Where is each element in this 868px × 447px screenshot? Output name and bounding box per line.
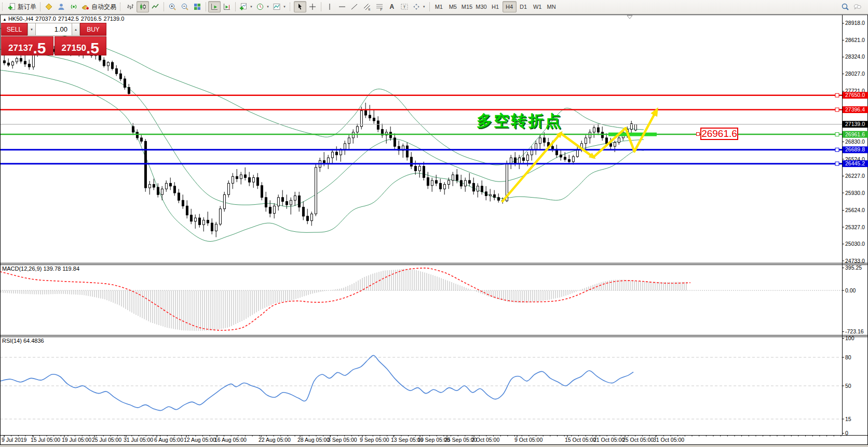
new-chart-button[interactable]: ▼: [238, 1, 254, 12]
sell-button[interactable]: SELL: [1, 23, 28, 36]
toolbar-separator: [235, 2, 236, 11]
svg-text:19 Jul 05:00: 19 Jul 05:00: [62, 437, 91, 443]
svg-text:26689.8: 26689.8: [845, 146, 865, 152]
community-icon: [57, 3, 65, 11]
vertical-line-button[interactable]: [323, 1, 336, 12]
market-icon: [45, 3, 53, 11]
chart-shift-button[interactable]: [221, 1, 233, 12]
equidistant-channel-icon: E: [363, 3, 371, 11]
svg-text:22 Aug 05:00: 22 Aug 05:00: [259, 437, 291, 443]
text-button[interactable]: A: [386, 1, 398, 12]
chart-canvas[interactable]: 28918.028621.028324.028027.027721.026830…: [0, 0, 868, 447]
horizontal-line-button[interactable]: [336, 1, 348, 12]
svg-text:26961.6: 26961.6: [845, 131, 865, 137]
text-tool-icon: A: [390, 3, 395, 10]
new-order-icon: [8, 3, 16, 11]
svg-text:9 Sep 05:00: 9 Sep 05:00: [360, 437, 389, 443]
community-button[interactable]: [55, 1, 67, 12]
volume-increase-button[interactable]: ▲: [72, 23, 80, 36]
svg-text:25 Jul 05:00: 25 Jul 05:00: [92, 437, 121, 443]
svg-text:395.25: 395.25: [845, 264, 862, 271]
arrows-tool-button[interactable]: ▼: [411, 1, 427, 12]
svg-text:9 Oct 05:00: 9 Oct 05:00: [514, 437, 542, 443]
signals-button[interactable]: [67, 1, 80, 12]
svg-text:25030.0: 25030.0: [845, 241, 865, 247]
timeframe-d1-button[interactable]: D1: [517, 1, 531, 12]
macd-label: MACD(12,26,9) 139.78 119.84: [2, 266, 79, 272]
price-callout[interactable]: 26961.6: [700, 128, 738, 140]
svg-text:28 Aug 05:00: 28 Aug 05:00: [297, 437, 330, 443]
fibonacci-button[interactable]: F: [373, 1, 386, 12]
svg-text:28027.0: 28027.0: [845, 71, 865, 77]
zoom-out-button[interactable]: [179, 1, 191, 12]
new-order-button[interactable]: 新订单: [6, 1, 38, 12]
macd-panel: [0, 268, 842, 331]
timeframe-mn-button[interactable]: MN: [545, 1, 559, 12]
svg-text:15 Oct 05:00: 15 Oct 05:00: [565, 437, 596, 443]
zoom-in-button[interactable]: [166, 1, 179, 12]
timeframe-m5-button[interactable]: M5: [446, 1, 460, 12]
templates-icon: [273, 3, 281, 11]
toolbar-separator: [321, 2, 321, 11]
svg-text:F: F: [380, 8, 382, 11]
high-value: 27142.5: [58, 16, 79, 22]
toolbar-grip: [2, 3, 5, 11]
timeframe-m1-button[interactable]: M1: [432, 1, 446, 12]
one-click-trading-panel: SELL ▼ ▲ BUY 27137.5 27150.5: [1, 23, 106, 55]
market-button[interactable]: [43, 1, 55, 12]
timeframe-m15-button[interactable]: M15: [460, 1, 474, 12]
chat-button[interactable]: [851, 1, 864, 12]
cursor-icon: [296, 3, 304, 11]
equidistant-channel-button[interactable]: E: [361, 1, 373, 12]
open-value: 27037.0: [35, 16, 56, 22]
search-button[interactable]: [839, 1, 851, 12]
timeframe-w1-button[interactable]: W1: [531, 1, 545, 12]
toolbar-grip: [120, 3, 123, 11]
svg-text:9 Jul 2019: 9 Jul 2019: [2, 437, 27, 443]
svg-text:2 Oct 05:00: 2 Oct 05:00: [471, 437, 499, 443]
candlestick-chart-icon: [139, 3, 147, 11]
trendline-button[interactable]: [348, 1, 361, 12]
toolbar: 新订单 自动交易: [0, 0, 868, 14]
buy-button[interactable]: BUY: [80, 23, 106, 36]
tile-windows-button[interactable]: [191, 1, 204, 12]
timeframe-m30-button[interactable]: M30: [474, 1, 488, 12]
svg-text:31 Oct 05:00: 31 Oct 05:00: [653, 437, 684, 443]
timeframe-h1-button[interactable]: H1: [489, 1, 503, 12]
auto-scroll-button[interactable]: [208, 1, 221, 12]
pivot-annotation-text[interactable]: 多空转折点: [477, 110, 562, 132]
text-label-button[interactable]: T: [398, 1, 411, 12]
timeframe-h4-button[interactable]: H4: [503, 1, 517, 12]
autotrading-label: 自动交易: [91, 3, 116, 11]
svg-text:3 Sep 05:00: 3 Sep 05:00: [328, 437, 357, 443]
bar-chart-button[interactable]: [124, 1, 137, 12]
periods-button[interactable]: ▼: [254, 1, 271, 12]
timeframe-group: M1M5M15M30H1H4D1W1MN: [432, 1, 559, 12]
svg-text:16 Aug 05:00: 16 Aug 05:00: [214, 437, 247, 443]
dropdown-arrow-icon: ▼: [266, 5, 269, 8]
crosshair-icon: [308, 3, 317, 11]
toolbar-separator: [164, 2, 164, 11]
line-chart-button[interactable]: [149, 1, 161, 12]
signals-icon: [70, 3, 78, 11]
volume-decrease-button[interactable]: ▼: [28, 23, 36, 36]
volume-input[interactable]: [36, 23, 72, 36]
quote-panel-toggle-icon[interactable]: ▲: [3, 17, 7, 22]
dropdown-arrow-icon: ▼: [283, 5, 286, 8]
buy-price[interactable]: 27150.5: [55, 36, 107, 55]
rsi-panel: [0, 355, 842, 419]
candlestick-chart-button[interactable]: [137, 1, 149, 12]
price-axis[interactable]: 28918.028621.028324.028027.027721.026830…: [842, 20, 868, 436]
toolbar-right: [839, 1, 864, 12]
sell-price-frac: .5: [33, 41, 46, 55]
price-callout-handle[interactable]: [696, 132, 700, 136]
cursor-button[interactable]: [294, 1, 306, 12]
autotrading-button[interactable]: 自动交易: [80, 1, 118, 12]
templates-button[interactable]: ▼: [271, 1, 288, 12]
svg-text:-723.16: -723.16: [845, 328, 864, 334]
toolbar-separator: [40, 2, 40, 11]
crosshair-button[interactable]: [306, 1, 319, 12]
time-axis[interactable]: 9 Jul 201915 Jul 05:0019 Jul 05:0025 Jul…: [2, 435, 841, 443]
svg-text:26445.2: 26445.2: [845, 160, 865, 166]
sell-price[interactable]: 27137.5: [1, 36, 53, 55]
